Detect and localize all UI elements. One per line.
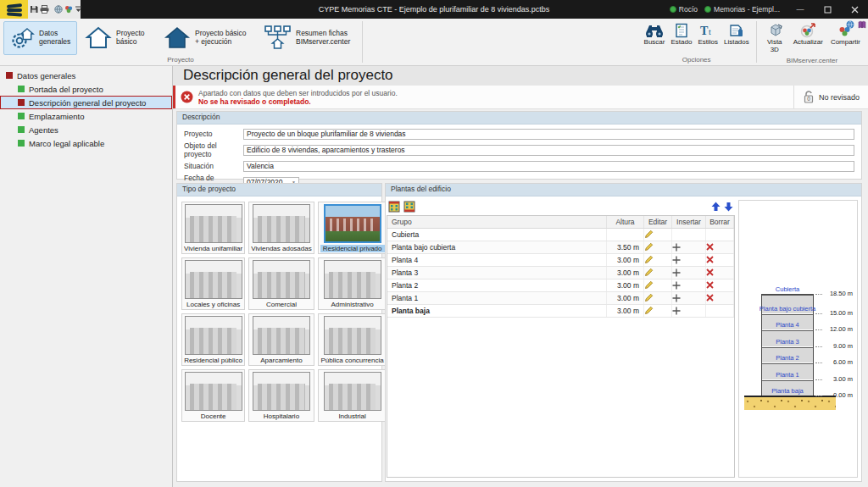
add-floor-below-icon[interactable] xyxy=(403,201,415,213)
floor-label[interactable]: Planta baja xyxy=(771,387,804,395)
plus-icon[interactable] xyxy=(672,307,705,315)
floors-table-row: Planta 13.00 m xyxy=(387,291,734,304)
sidebar-item-3[interactable]: Emplazamiento xyxy=(0,109,172,123)
delete-x-icon[interactable] xyxy=(706,294,733,302)
pencil-icon[interactable] xyxy=(644,230,671,239)
project-type-option[interactable]: Industrial xyxy=(318,369,387,422)
save-icon[interactable] xyxy=(30,3,38,16)
ribbon-button-estado[interactable]: Estado xyxy=(668,21,694,55)
svg-text:T: T xyxy=(700,25,709,37)
delete-x-icon[interactable] xyxy=(706,243,733,251)
notice-line1: Apartado con datos que deben ser introdu… xyxy=(198,89,793,97)
floor-label[interactable]: Planta 1 xyxy=(776,371,799,379)
globe-icon[interactable] xyxy=(54,3,63,16)
text-input-2[interactable]: Valencia xyxy=(243,161,854,172)
green-square-icon xyxy=(18,140,25,147)
plus-icon[interactable] xyxy=(672,294,705,302)
help-book-icon[interactable] xyxy=(858,20,866,29)
project-type-option[interactable]: Docente xyxy=(181,369,245,422)
user-status-icon xyxy=(670,6,676,13)
sidebar-item-2[interactable]: Descripción general del proyecto xyxy=(0,96,172,109)
pencil-icon[interactable] xyxy=(644,242,671,252)
minimize-button[interactable]: — xyxy=(787,0,814,19)
project-type-option[interactable]: Comercial xyxy=(248,257,314,310)
project-type-option[interactable]: Aparcamiento xyxy=(248,313,314,366)
plus-icon[interactable] xyxy=(672,256,705,264)
delete-x-icon[interactable] xyxy=(706,256,733,263)
move-down-icon[interactable] xyxy=(724,202,733,212)
pencil-icon[interactable] xyxy=(644,268,671,277)
session-chip[interactable]: Memorias - Ejempl... xyxy=(704,5,780,14)
maximize-button[interactable] xyxy=(814,0,841,19)
ribbon-button-buscar[interactable]: Buscar xyxy=(642,21,668,55)
user-chip[interactable]: Rocío xyxy=(670,5,698,14)
pencil-icon[interactable] xyxy=(644,293,671,302)
delete-x-icon[interactable] xyxy=(706,281,733,289)
project-type-thumbnail xyxy=(324,372,381,411)
ribbon-button-actualizar[interactable]: Actualizar xyxy=(791,21,826,56)
floor-height: 3.00 m xyxy=(607,279,644,291)
project-type-option[interactable]: Residencial público xyxy=(181,313,245,366)
project-type-thumbnail xyxy=(185,372,242,411)
project-type-option[interactable]: Hospitalario xyxy=(248,369,314,422)
project-type-option[interactable]: Viviendas adosadas xyxy=(248,202,314,254)
sidebar-item-4[interactable]: Agentes xyxy=(0,123,172,136)
ribbon-button-estilos[interactable]: Tt Estilos xyxy=(695,21,721,55)
delete-x-icon[interactable] xyxy=(706,268,733,276)
ribbon-button-proyecto-basico[interactable]: Proyecto básico xyxy=(79,21,156,55)
sidebar-item-5[interactable]: Marco legal aplicable xyxy=(0,136,172,150)
ribbon-button-resumen-fichas[interactable]: Resumen fichas BIMserver.center xyxy=(257,21,358,55)
help-globe-icon[interactable] xyxy=(846,20,854,29)
ribbon-button-datos-generales[interactable]: Datos generales xyxy=(3,21,77,55)
floor-label[interactable]: Cubierta xyxy=(776,285,799,293)
project-type-label: Hospitalario xyxy=(264,412,299,420)
project-type-option[interactable]: Pública concurrencia xyxy=(318,313,387,366)
floor-label[interactable]: Planta 3 xyxy=(776,338,799,346)
print-icon[interactable] xyxy=(40,3,49,16)
sidebar-item-1[interactable]: Portada del proyecto xyxy=(0,82,172,96)
app-logo[interactable] xyxy=(0,0,28,19)
review-status-button[interactable]: 0 No revisado xyxy=(793,86,868,108)
project-type-label: Administrativo xyxy=(331,301,373,308)
project-type-option[interactable]: Locales y oficinas xyxy=(181,257,245,310)
text-input-0[interactable]: Proyecto de un bloque plurifamiliar de 8… xyxy=(243,129,854,140)
modules-icon[interactable] xyxy=(64,3,73,16)
qat-menu-icon[interactable] xyxy=(75,3,82,16)
level-dotted-line xyxy=(815,329,822,330)
delete-cell xyxy=(706,241,734,253)
ribbon-button-proyecto-basico-ejecucion[interactable]: Proyecto básico + ejecución xyxy=(158,21,255,55)
floors-header-row: GrupoAlturaEditarInsertarBorrar xyxy=(387,216,734,228)
sidebar: Datos generalesPortada del proyectoDescr… xyxy=(0,66,173,487)
floor-name: Planta 4 xyxy=(387,253,607,266)
move-up-icon[interactable] xyxy=(711,202,721,212)
ribbon-button-listados[interactable]: Listados xyxy=(721,21,752,55)
floors-table-row: Planta 33.00 m xyxy=(387,266,734,279)
pencil-icon[interactable] xyxy=(644,306,671,315)
plus-icon[interactable] xyxy=(672,243,705,252)
close-button[interactable] xyxy=(841,0,868,19)
plus-icon[interactable] xyxy=(672,268,705,277)
project-type-option[interactable]: Residencial privado xyxy=(318,202,387,254)
ribbon-button-vista-3d[interactable]: Vista 3D xyxy=(761,21,788,56)
binoculars-icon xyxy=(645,23,664,38)
floor-label[interactable]: Planta bajo cubierta xyxy=(760,305,815,313)
project-type-thumbnail xyxy=(253,204,310,243)
text-input-1[interactable]: Edificio de 8 viviendas, aparcamientos y… xyxy=(243,145,854,156)
ribbon-button-label: Compartir xyxy=(831,39,860,47)
divider xyxy=(756,21,757,63)
sidebar-item-0[interactable]: Datos generales xyxy=(0,69,172,82)
project-type-thumbnail xyxy=(185,204,242,243)
project-type-label: Industrial xyxy=(338,412,365,420)
insert-cell xyxy=(672,291,706,304)
floor-label[interactable]: Planta 4 xyxy=(776,321,799,329)
add-floor-above-icon[interactable] xyxy=(388,201,400,213)
floor-label[interactable]: Planta 2 xyxy=(776,354,799,362)
project-type-option[interactable]: Vivienda unifamiliar xyxy=(181,202,245,254)
pencil-icon[interactable] xyxy=(644,280,671,290)
project-type-option[interactable]: Administrativo xyxy=(318,257,387,310)
plus-icon[interactable] xyxy=(672,281,705,290)
level-height-label: 18.50 m xyxy=(822,290,853,297)
project-type-thumbnail xyxy=(253,316,310,355)
pencil-icon[interactable] xyxy=(644,255,671,264)
floor-name: Planta 1 xyxy=(387,291,607,304)
